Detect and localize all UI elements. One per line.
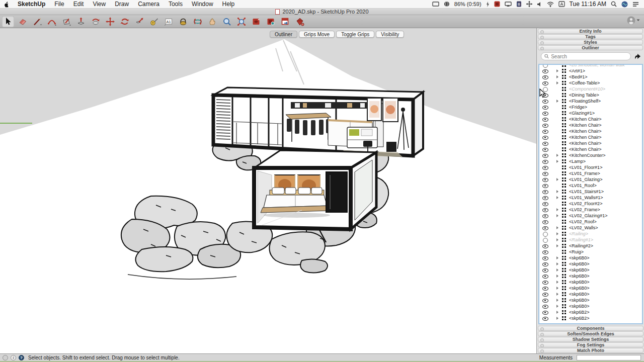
move-tool-button[interactable] bbox=[104, 16, 116, 27]
outliner-row[interactable]: <Component#10> bbox=[539, 86, 642, 92]
expand-arrow-icon[interactable] bbox=[556, 256, 558, 259]
outliner-tree[interactable]: <2d silhouette, woman walk <Art#1> bbox=[538, 64, 643, 324]
expand-arrow-icon[interactable] bbox=[556, 214, 558, 217]
outliner-row[interactable]: <Kitchen Chair> bbox=[539, 122, 642, 128]
outliner-item-label[interactable]: <skp6B0> bbox=[569, 261, 590, 266]
menu-item[interactable]: Edit bbox=[69, 0, 89, 8]
menu-item[interactable]: SketchUp bbox=[13, 0, 50, 8]
outliner-row[interactable]: <skp6B2> bbox=[539, 315, 642, 321]
visibility-eye-icon[interactable] bbox=[542, 141, 548, 146]
outliner-item-label[interactable]: <Ruig> bbox=[569, 249, 584, 254]
outliner-row[interactable]: <skp6B0> bbox=[539, 303, 642, 309]
outliner-item-label[interactable]: <LV02_Roof> bbox=[569, 219, 597, 224]
view-tab[interactable]: Outliner bbox=[270, 31, 297, 38]
outliner-row[interactable]: <LV02_Glazing#1> bbox=[539, 213, 642, 219]
tray-entity-info[interactable]: Entity Info bbox=[538, 29, 643, 34]
outliner-item-label[interactable]: <KitchenCounter> bbox=[569, 153, 606, 158]
tray-collapsed[interactable]: Soften/Smooth Edges bbox=[538, 331, 643, 336]
select-tool-button[interactable] bbox=[2, 16, 14, 27]
visibility-eye-icon[interactable] bbox=[542, 237, 548, 242]
visibility-eye-icon[interactable] bbox=[542, 111, 548, 116]
outliner-item-label[interactable]: <skp6B2> bbox=[569, 316, 590, 321]
outliner-row[interactable]: <Kitchen Chair> bbox=[539, 128, 642, 134]
outliner-row[interactable]: <Kitchen Chair> bbox=[539, 140, 642, 146]
outliner-row[interactable]: <LV01_Walls#1> bbox=[539, 195, 642, 201]
visibility-eye-icon[interactable] bbox=[542, 249, 548, 254]
outliner-item-label[interactable]: <skp6B0> bbox=[569, 267, 590, 273]
rotate-tool-button[interactable] bbox=[119, 16, 131, 27]
outliner-row[interactable]: <skp6B0> bbox=[539, 273, 642, 279]
outliner-row[interactable]: <LV01_Glazing> bbox=[539, 176, 642, 183]
expand-arrow-icon[interactable] bbox=[556, 268, 558, 272]
outliner-item-label[interactable]: <Art#1> bbox=[569, 68, 585, 73]
outliner-item-label[interactable]: <Component#10> bbox=[569, 86, 605, 92]
airplay-display-icon[interactable] bbox=[505, 2, 512, 7]
visibility-eye-icon[interactable] bbox=[542, 135, 548, 140]
outliner-item-label[interactable]: <LV01_Floor#1> bbox=[569, 165, 602, 170]
outliner-item-label[interactable]: <Dining Table> bbox=[569, 93, 599, 98]
expand-arrow-icon[interactable] bbox=[556, 293, 558, 296]
visibility-eye-icon[interactable] bbox=[542, 117, 548, 122]
outliner-row[interactable]: <Art#1> bbox=[539, 68, 642, 74]
outliner-item-label[interactable]: <Coffee-Table> bbox=[569, 80, 600, 85]
outliner-row[interactable]: <Railing> bbox=[539, 231, 642, 237]
outliner-item-label[interactable]: <LV02_Frame> bbox=[569, 207, 600, 212]
outliner-item-label[interactable]: <LV01_Walls#1> bbox=[569, 195, 603, 200]
visibility-eye-icon[interactable] bbox=[542, 255, 548, 260]
outliner-search-field[interactable] bbox=[541, 52, 631, 60]
model-viewport[interactable]: Outliner Grips Move Toggle Grips Visibil… bbox=[0, 28, 536, 353]
red-app-icon[interactable] bbox=[494, 1, 500, 7]
view-tab[interactable]: Visibility bbox=[376, 31, 404, 38]
zoom-tool-button[interactable] bbox=[221, 16, 233, 27]
expand-arrow-icon[interactable] bbox=[556, 160, 558, 163]
menu-item[interactable]: Camera bbox=[133, 0, 164, 8]
visibility-eye-icon[interactable] bbox=[542, 183, 548, 188]
expand-arrow-icon[interactable] bbox=[556, 299, 558, 302]
visibility-eye-icon[interactable] bbox=[542, 153, 548, 158]
outliner-row[interactable]: <skp6B2> bbox=[539, 309, 642, 315]
view-tab[interactable]: Toggle Grips bbox=[336, 31, 374, 38]
apple-menu-icon[interactable] bbox=[0, 1, 13, 8]
visibility-eye-icon[interactable] bbox=[542, 243, 548, 248]
outliner-item-label[interactable]: <Fridge> bbox=[569, 105, 587, 110]
wifi-icon[interactable] bbox=[547, 2, 554, 7]
offset-tool-button[interactable] bbox=[90, 16, 102, 27]
expand-arrow-icon[interactable] bbox=[556, 317, 558, 320]
window-title-bar[interactable]: 2020_AD.skp - SketchUp Pro 2020 bbox=[0, 9, 644, 15]
outliner-row[interactable]: <LV02_Roof> bbox=[539, 219, 642, 225]
outliner-item-label[interactable]: <skp6B0> bbox=[569, 286, 590, 291]
expand-arrow-icon[interactable] bbox=[556, 196, 558, 199]
outliner-row[interactable]: <skp6B0> bbox=[539, 255, 642, 261]
expand-arrow-icon[interactable] bbox=[556, 275, 558, 278]
outliner-row[interactable]: <Coffee-Table> bbox=[539, 80, 642, 86]
expand-arrow-icon[interactable] bbox=[556, 100, 558, 103]
outliner-row[interactable]: <KitchenCounter> bbox=[539, 152, 642, 158]
geolocation-icon[interactable] bbox=[3, 355, 8, 360]
tray-collapsed[interactable]: Fog Settings bbox=[538, 342, 643, 347]
globe-icon[interactable] bbox=[444, 1, 450, 7]
model-search-button[interactable] bbox=[294, 16, 306, 27]
outliner-item-label[interactable]: <Lamp> bbox=[569, 159, 586, 164]
outliner-item-label[interactable]: <Railing#2> bbox=[569, 243, 593, 248]
expand-arrow-icon[interactable] bbox=[556, 262, 558, 265]
visibility-eye-icon[interactable] bbox=[542, 225, 548, 230]
visibility-eye-icon[interactable] bbox=[542, 231, 548, 236]
outliner-row[interactable]: <Dining Table> bbox=[539, 92, 642, 98]
visibility-eye-icon[interactable] bbox=[542, 159, 548, 164]
outliner-item-label[interactable]: <skp6B0> bbox=[569, 255, 590, 260]
info-icon[interactable]: i bbox=[11, 355, 16, 360]
outliner-row[interactable]: <LV01_Stairs#1> bbox=[539, 189, 642, 195]
outliner-item-label[interactable]: <skp6B0> bbox=[569, 274, 590, 279]
expand-arrow-icon[interactable] bbox=[556, 208, 558, 211]
tray-styles[interactable]: Styles bbox=[538, 40, 643, 45]
visibility-eye-icon[interactable] bbox=[542, 298, 548, 303]
outliner-row[interactable]: <Bed#1> bbox=[539, 74, 642, 80]
outliner-item-label[interactable]: <skp6B0> bbox=[569, 280, 590, 285]
display-icon[interactable] bbox=[432, 2, 439, 7]
line-tool-button[interactable] bbox=[31, 16, 43, 27]
zoom-extents-tool-button[interactable] bbox=[235, 16, 248, 27]
menu-item[interactable]: Draw bbox=[110, 0, 133, 8]
expand-arrow-icon[interactable] bbox=[556, 281, 558, 284]
menu-item[interactable]: File bbox=[50, 0, 68, 8]
text-tool-button[interactable]: A1 bbox=[163, 16, 175, 27]
